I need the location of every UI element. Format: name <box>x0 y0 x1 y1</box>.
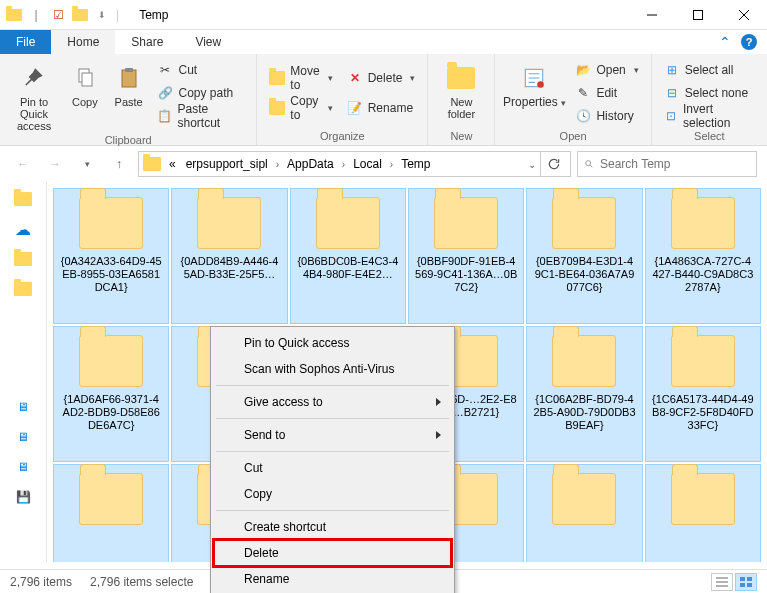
folder-item[interactable]: {1C06A2BF-BD79-42B5-A90D-79D0DB3B9EAF} <box>526 326 642 462</box>
tree-item[interactable]: ☁ <box>7 218 39 240</box>
ctx-pin-quick-access[interactable]: Pin to Quick access <box>214 330 451 356</box>
copy-to-button[interactable]: Copy to▾ <box>265 98 336 118</box>
svg-rect-14 <box>740 583 745 587</box>
folder-item[interactable]: {0BBF90DF-91EB-4569-9C41-136A…0B7C2} <box>408 188 524 324</box>
ctx-delete[interactable]: Delete <box>214 540 451 566</box>
minimize-button[interactable] <box>629 0 675 30</box>
ribbon-tabs: File Home Share View ⌃ ? <box>0 30 767 54</box>
ribbon-collapse-icon[interactable]: ⌃ <box>719 34 731 50</box>
select-none-icon: ⊟ <box>664 85 680 101</box>
chevron-right-icon[interactable]: › <box>340 159 347 170</box>
breadcrumb-segment[interactable]: AppData <box>283 157 338 171</box>
ctx-send-to[interactable]: Send to <box>214 422 451 448</box>
chevron-right-icon[interactable]: › <box>274 159 281 170</box>
svg-line-11 <box>590 165 592 167</box>
separator <box>216 510 449 511</box>
edit-button[interactable]: ✎Edit <box>571 83 642 103</box>
ctx-copy[interactable]: Copy <box>214 481 451 507</box>
address-bar: ← → ▾ ↑ « erpsupport_sipl› AppData› Loca… <box>0 146 767 182</box>
folder-icon <box>197 197 261 249</box>
folder-item[interactable]: {0ADD84B9-A446-45AD-B33E-25F5… <box>171 188 287 324</box>
invert-selection-button[interactable]: ⊡Invert selection <box>660 106 759 126</box>
folder-item[interactable]: {0A342A33-64D9-45EB-8955-03EA6581DCA1} <box>53 188 169 324</box>
select-all-button[interactable]: ⊞Select all <box>660 60 759 80</box>
folder-icon <box>14 192 32 206</box>
folder-item[interactable]: {0EB709B4-E3D1-49C1-BE64-036A7A9077C6} <box>526 188 642 324</box>
paste-shortcut-button[interactable]: 📋Paste shortcut <box>153 106 248 126</box>
ctx-rename[interactable]: Rename <box>214 566 451 592</box>
back-button[interactable]: ← <box>10 151 36 177</box>
chevron-right-icon[interactable]: › <box>388 159 395 170</box>
paste-shortcut-icon: 📋 <box>157 108 172 124</box>
qat-dropdown-icon[interactable]: ⬇ <box>94 7 110 23</box>
folder-item[interactable]: {1AD6AF66-9371-4AD2-BDB9-D58E86DE6A7C} <box>53 326 169 462</box>
folder-icon <box>269 100 285 116</box>
folder-item[interactable]: {1C6A5173-44D4-49B8-9CF2-5F8D40FD33FC} <box>645 326 761 462</box>
ctx-create-shortcut[interactable]: Create shortcut <box>214 514 451 540</box>
up-button[interactable]: ↑ <box>106 151 132 177</box>
select-none-button[interactable]: ⊟Select none <box>660 83 759 103</box>
folder-item[interactable] <box>526 464 642 562</box>
folder-item[interactable]: {0B6BDC0B-E4C3-44B4-980F-E4E2… <box>290 188 406 324</box>
new-folder-button[interactable]: New folder <box>436 58 486 128</box>
selection-count: 2,796 items selecte <box>90 575 193 589</box>
folder-item[interactable]: {1A4863CA-727C-4427-B440-C9AD8C32787A} <box>645 188 761 324</box>
chevron-down-icon: ▾ <box>561 98 566 108</box>
ctx-cut[interactable]: Cut <box>214 455 451 481</box>
move-to-button[interactable]: Move to▾ <box>265 68 336 88</box>
folder-icon <box>14 252 32 266</box>
ctx-scan-antivirus[interactable]: Scan with Sophos Anti-Virus <box>214 356 451 382</box>
tree-view[interactable]: ☁ 🖥 🖥 🖥 💾 <box>0 182 47 562</box>
history-button[interactable]: 🕓History <box>571 106 642 126</box>
folder-name: {0BBF90DF-91EB-4569-9C41-136A…0B7C2} <box>413 255 519 294</box>
folder-name: {0ADD84B9-A446-45AD-B33E-25F5… <box>176 255 282 281</box>
pin-quick-access-button[interactable]: Pin to Quick access <box>8 58 60 132</box>
qat-separator: | <box>28 7 44 23</box>
help-icon[interactable]: ? <box>741 34 757 50</box>
details-view-button[interactable] <box>711 573 733 591</box>
close-button[interactable] <box>721 0 767 30</box>
tab-file[interactable]: File <box>0 30 51 54</box>
open-button[interactable]: 📂Open▾ <box>571 60 642 80</box>
tab-share[interactable]: Share <box>115 30 179 54</box>
properties-button[interactable]: Properties▾ <box>503 58 565 128</box>
copy-button[interactable]: Copy <box>66 58 104 132</box>
refresh-button[interactable] <box>540 151 566 177</box>
tab-view[interactable]: View <box>179 30 237 54</box>
ctx-give-access[interactable]: Give access to <box>214 389 451 415</box>
breadcrumb-segment[interactable]: erpsupport_sipl <box>182 157 272 171</box>
breadcrumb-dropdown[interactable]: ⌄ <box>526 159 538 170</box>
folder-icon <box>434 197 498 249</box>
svg-rect-1 <box>694 10 703 19</box>
search-box[interactable] <box>577 151 757 177</box>
breadcrumb[interactable]: « erpsupport_sipl› AppData› Local› Temp … <box>138 151 571 177</box>
pin-icon <box>18 62 50 94</box>
tree-item[interactable] <box>7 188 39 210</box>
forward-button[interactable]: → <box>42 151 68 177</box>
paste-button[interactable]: Paste <box>110 58 148 132</box>
folder-icon <box>79 335 143 387</box>
recent-dropdown[interactable]: ▾ <box>74 151 100 177</box>
delete-button[interactable]: ✕Delete▾ <box>343 68 420 88</box>
folder-item[interactable] <box>645 464 761 562</box>
tree-item[interactable] <box>7 248 39 270</box>
history-icon: 🕓 <box>575 108 591 124</box>
cut-button[interactable]: ✂Cut <box>153 60 248 80</box>
tree-item[interactable]: 💾 <box>7 486 39 508</box>
breadcrumb-segment[interactable]: Temp <box>397 157 434 171</box>
check-icon[interactable]: ☑ <box>50 7 66 23</box>
maximize-button[interactable] <box>675 0 721 30</box>
tree-item[interactable]: 🖥 <box>7 396 39 418</box>
search-input[interactable] <box>600 157 750 171</box>
icons-view-button[interactable] <box>735 573 757 591</box>
folder-item[interactable] <box>53 464 169 562</box>
svg-rect-15 <box>747 583 752 587</box>
tree-item[interactable] <box>7 278 39 300</box>
tree-item[interactable]: 🖥 <box>7 456 39 478</box>
breadcrumb-segment[interactable]: Local <box>349 157 386 171</box>
tab-home[interactable]: Home <box>51 30 115 54</box>
rename-button[interactable]: 📝Rename <box>343 98 420 118</box>
tree-item[interactable]: 🖥 <box>7 426 39 448</box>
copy-path-button[interactable]: 🔗Copy path <box>153 83 248 103</box>
folder-icon <box>671 335 735 387</box>
